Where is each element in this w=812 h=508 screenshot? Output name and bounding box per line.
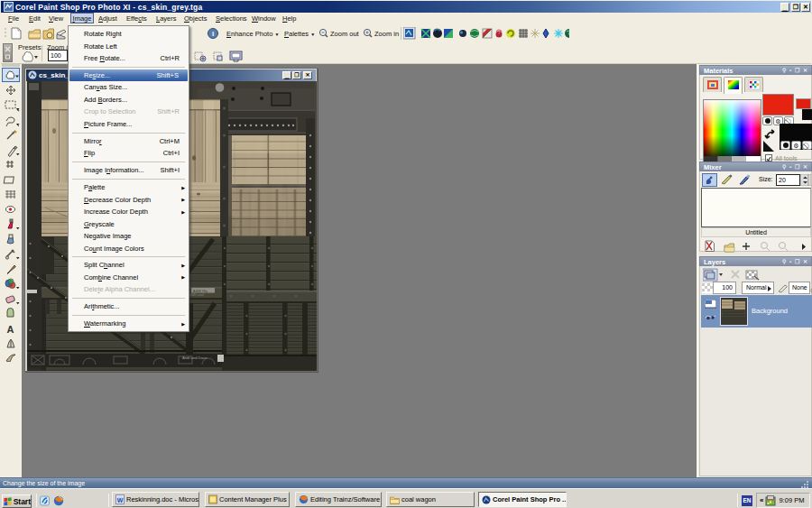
svg-text:ASW coal: ASW coal bbox=[188, 292, 204, 297]
svg-text:Andi and Dave: Andi and Dave bbox=[182, 356, 208, 360]
svg-text:i: i bbox=[212, 30, 214, 38]
svg-text:W: W bbox=[117, 497, 124, 503]
svg-text:A: A bbox=[7, 324, 14, 335]
